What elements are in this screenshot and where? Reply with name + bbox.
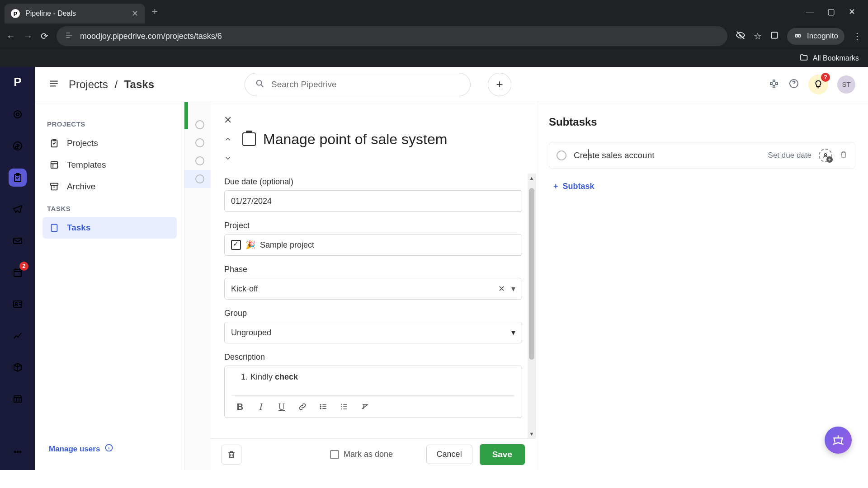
delete-subtask-icon[interactable]: [840, 150, 848, 161]
tab-close-icon[interactable]: ✕: [132, 9, 138, 19]
incognito-label: Incognito: [807, 32, 838, 41]
prev-task-icon[interactable]: [220, 131, 236, 147]
header-right: ? ST: [769, 75, 855, 94]
underline-icon[interactable]: U: [275, 400, 288, 413]
ordered-list-icon[interactable]: [338, 400, 350, 413]
close-modal-icon[interactable]: ✕: [220, 112, 236, 128]
menu-toggle-icon[interactable]: [48, 78, 60, 91]
scroll-down-icon[interactable]: ▼: [529, 429, 534, 438]
reload-icon[interactable]: ⟳: [41, 31, 48, 42]
all-bookmarks-link[interactable]: All Bookmarks: [813, 54, 859, 62]
search-input[interactable]: [271, 80, 460, 89]
incognito-icon: [793, 31, 802, 42]
project-label: Project: [224, 221, 522, 230]
manage-users-link[interactable]: Manage users: [42, 439, 177, 459]
rail-item-campaigns[interactable]: [9, 200, 27, 218]
group-label: Group: [224, 309, 522, 318]
brand-logo[interactable]: P: [14, 75, 21, 89]
assignee-picker-icon[interactable]: [819, 149, 832, 162]
minimize-icon[interactable]: —: [806, 7, 814, 17]
scroll-up-icon[interactable]: ▲: [529, 174, 534, 183]
browser-menu-icon[interactable]: ⋮: [853, 31, 862, 42]
breadcrumb-root[interactable]: Projects: [69, 78, 108, 90]
form-scrollbar[interactable]: ▲ ▼: [528, 174, 536, 438]
rail-item-projects[interactable]: [9, 169, 27, 187]
rail-item-products[interactable]: [9, 358, 27, 376]
new-tab-button[interactable]: +: [147, 3, 162, 20]
site-info-icon[interactable]: [65, 31, 74, 42]
dropdown-icon[interactable]: ▾: [511, 328, 515, 338]
tasks-icon: [49, 222, 60, 233]
sidebar-item-tasks[interactable]: Tasks: [42, 217, 177, 239]
insights-bulb[interactable]: ?: [808, 75, 828, 94]
description-editor[interactable]: 1.Kindly check B I U: [224, 366, 522, 418]
next-task-icon[interactable]: [220, 150, 236, 166]
rail-item-contacts[interactable]: [9, 295, 27, 313]
save-button[interactable]: Save: [480, 444, 525, 465]
sidebar-item-label: Templates: [67, 160, 106, 170]
search-box[interactable]: [245, 73, 471, 96]
modal-right-panel: Subtasks Create sales account Set due da…: [536, 102, 868, 470]
delete-task-button[interactable]: [222, 445, 241, 465]
incognito-indicator[interactable]: Incognito: [787, 28, 844, 45]
bold-icon[interactable]: B: [234, 400, 246, 413]
rail-item-insights[interactable]: [9, 327, 27, 345]
link-icon[interactable]: [296, 400, 309, 413]
breadcrumb-separator: /: [114, 78, 118, 90]
svg-point-13: [20, 451, 21, 453]
svg-rect-7: [14, 238, 22, 244]
description-text[interactable]: 1.Kindly check: [232, 372, 514, 382]
add-button[interactable]: +: [488, 73, 511, 96]
set-due-date-link[interactable]: Set due date: [768, 151, 811, 160]
browser-chrome: P Pipeline - Deals ✕ + — ▢ ✕ ← → ⟳ moodj…: [0, 0, 868, 67]
url-bar[interactable]: moodjoy.pipedrive.com/projects/tasks/6: [57, 26, 727, 46]
help-icon[interactable]: [788, 78, 799, 91]
cancel-button[interactable]: Cancel: [426, 445, 472, 464]
sidebar-item-projects[interactable]: Projects: [42, 132, 177, 154]
sidebar-section-projects: PROJECTS: [47, 120, 172, 128]
subtasks-heading: Subtasks: [549, 116, 855, 128]
scrollbar-thumb[interactable]: [529, 188, 534, 360]
italic-icon[interactable]: I: [255, 400, 267, 413]
due-date-input[interactable]: 01/27/2024: [224, 190, 522, 212]
subtask-text[interactable]: Create sales account: [574, 150, 655, 160]
user-avatar[interactable]: ST: [837, 75, 855, 94]
sidebar-item-archive[interactable]: Archive: [42, 176, 177, 197]
close-window-icon[interactable]: ✕: [849, 7, 855, 17]
bookmark-star-icon[interactable]: ☆: [754, 31, 762, 42]
modal-title[interactable]: Manage point of sale system: [263, 131, 447, 148]
sidebar-item-templates[interactable]: Templates: [42, 154, 177, 176]
clear-phase-icon[interactable]: ✕: [498, 284, 505, 294]
group-select[interactable]: Ungrouped ▾: [224, 322, 522, 343]
folder-icon: [799, 53, 808, 64]
phase-select[interactable]: Kick-off ✕ ▾: [224, 278, 522, 300]
bullet-list-icon[interactable]: [317, 400, 330, 413]
mark-done-checkbox[interactable]: Mark as done: [330, 450, 393, 459]
add-subtask-button[interactable]: + Subtask: [549, 178, 855, 195]
rail-item-deals[interactable]: [9, 137, 27, 155]
apps-icon[interactable]: [769, 78, 779, 91]
task-icon: [242, 132, 256, 146]
browser-tab[interactable]: P Pipeline - Deals ✕: [5, 4, 145, 23]
rail-item-mail[interactable]: [9, 232, 27, 250]
bookmarks-bar: All Bookmarks: [0, 49, 868, 67]
subtask-checkbox[interactable]: [557, 150, 566, 160]
subtask-item[interactable]: Create sales account Set due date: [549, 142, 855, 169]
plus-icon: +: [553, 182, 558, 191]
rail-item-activities[interactable]: 2: [9, 263, 27, 282]
due-date-label: Due date (optional): [224, 177, 522, 187]
eye-off-icon[interactable]: [736, 30, 745, 42]
rail-more-icon[interactable]: [9, 443, 27, 461]
clear-format-icon[interactable]: [359, 400, 371, 413]
maximize-icon[interactable]: ▢: [827, 7, 835, 17]
task-modal: ✕ Manage point of sale system: [211, 102, 868, 470]
dropdown-icon[interactable]: ▾: [511, 284, 515, 294]
extensions-icon[interactable]: [770, 31, 779, 42]
project-input[interactable]: 🎉 Sample project: [224, 234, 522, 256]
help-fab[interactable]: [825, 427, 852, 454]
rail-item-target[interactable]: [9, 105, 27, 123]
rail-item-marketplace[interactable]: [9, 390, 27, 408]
back-icon[interactable]: ←: [6, 31, 15, 42]
breadcrumb-current: Tasks: [124, 78, 154, 90]
field-phase: Phase Kick-off ✕ ▾: [224, 265, 522, 300]
